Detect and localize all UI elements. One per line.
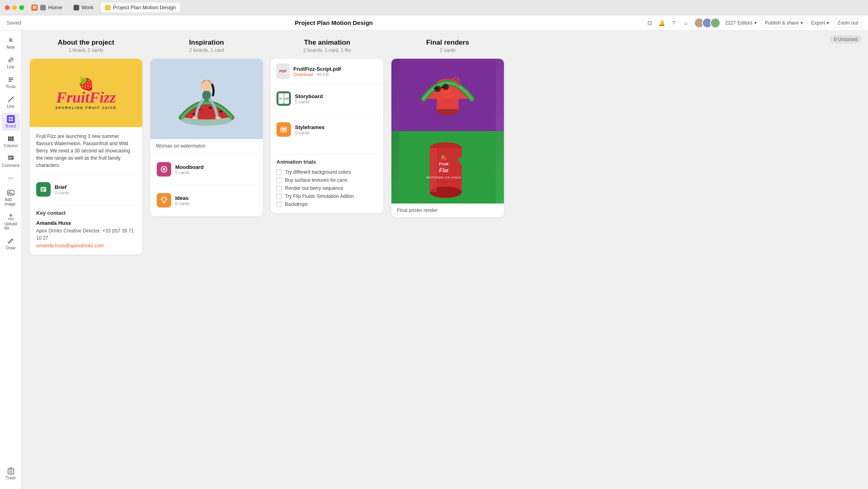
fruitfizz-sub: SPARKLING FRUIT JUICE [55, 106, 117, 110]
brief-board-info: Brief 0 cards [55, 184, 69, 195]
svg-rect-4 [9, 117, 10, 119]
document-title: Project Plan Motion Design [295, 19, 373, 26]
bell-icon[interactable]: 🔔 [659, 20, 665, 26]
more-icon: ··· [7, 174, 15, 182]
ideas-item[interactable]: Ideas 0 cards [157, 190, 256, 211]
divider-1 [36, 174, 136, 174]
storyboard-item[interactable]: ST OR Storyboard 0 cards [276, 88, 378, 109]
comment-icon [7, 154, 15, 162]
render-image-1: Fruit Fizz 🍓 [391, 59, 504, 131]
key-contact-section-title: Key contact [36, 210, 136, 216]
checkbox-1[interactable] [276, 178, 282, 183]
file-size: · 46 KB [314, 72, 329, 77]
tab-work[interactable]: Work [70, 3, 98, 12]
tab-project[interactable]: Project Plan Motion Design [101, 3, 180, 12]
svg-rect-0 [8, 78, 13, 78]
moodboard-item[interactable]: Moodboard 0 cards [157, 159, 256, 180]
file-info: FruitFizz-Script.pdf Download · 46 KB [293, 66, 341, 77]
project-banner: 🍓 FruitFizz SPARKLING FRUIT JUICE [30, 59, 142, 127]
zoom-label: Zoom out [837, 20, 858, 26]
column-inspiration-meta: 2 boards, 1 card [150, 47, 263, 53]
sidebar-item-todo[interactable]: To-do [2, 73, 20, 91]
help-icon[interactable]: ? [671, 20, 677, 26]
svg-rect-7 [11, 119, 13, 121]
todo-icon [7, 76, 15, 84]
svg-point-28 [201, 80, 212, 91]
publish-share-label: Publish & share [765, 20, 799, 26]
publish-share-button[interactable]: Publish & share ▾ [762, 18, 807, 28]
storyboard-icon: ST OR [276, 91, 291, 106]
anim-divider [276, 114, 378, 114]
checklist-item-label-4: Backdrops [285, 201, 308, 207]
sidebar-item-comment[interactable]: Comment [2, 152, 20, 170]
sidebar-item-board[interactable]: Board [2, 113, 20, 131]
checkbox-2[interactable] [276, 186, 282, 191]
moodboard-info: Moodboard 0 cards [175, 164, 204, 175]
render-image-2: Fruit Fizz WATERMELON SODA 🍓 [391, 131, 504, 203]
avatar-group [694, 18, 721, 28]
card-animation: PDF FruitFizz-Script.pdf Download · 46 K… [271, 59, 383, 213]
checkbox-3[interactable] [276, 194, 282, 199]
pdf-icon: PDF [276, 64, 289, 79]
svg-rect-9 [10, 136, 12, 141]
close-button[interactable] [5, 5, 10, 10]
svg-point-30 [215, 117, 221, 119]
checkbox-4[interactable] [276, 202, 282, 207]
contact-email[interactable]: amanda.huss@apexdrinks.com [36, 243, 104, 249]
tablet-icon[interactable]: ⊡ [647, 20, 653, 26]
column-icon [7, 135, 15, 143]
checkbox-0[interactable] [276, 170, 282, 175]
search-icon[interactable]: ⌕ [683, 20, 689, 26]
saved-label: Saved [6, 20, 21, 26]
svg-text:Fruit: Fruit [438, 161, 449, 166]
avatar-3 [710, 18, 721, 28]
tab-work-label: Work [82, 4, 94, 10]
fruitfizz-logo: 🍓 FruitFizz SPARKLING FRUIT JUICE [55, 76, 117, 110]
file-meta: Download · 46 KB [293, 72, 341, 77]
tab-home[interactable]: M Home [27, 3, 66, 12]
traffic-lights [5, 5, 24, 10]
export-chevron: ▾ [827, 20, 829, 26]
editors-label: Editors [737, 20, 752, 26]
file-name: FruitFizz-Script.pdf [293, 66, 341, 72]
svg-text:Fizz: Fizz [438, 167, 449, 173]
add-image-icon [7, 189, 15, 197]
pdf-file-item: PDF FruitFizz-Script.pdf Download · 46 K… [271, 59, 383, 84]
ideas-meta: 0 cards [175, 201, 190, 206]
column-inspiration-title: Inspiration [150, 39, 263, 47]
trash-icon [7, 467, 15, 475]
checklist-item-4: Backdrops [276, 200, 378, 208]
sidebar-item-note[interactable]: ≡ Note [2, 34, 20, 52]
export-button[interactable]: Export ▾ [811, 20, 829, 26]
download-link[interactable]: Download [293, 72, 313, 77]
editors-button[interactable]: 2227 Editors ▾ [725, 20, 757, 26]
styleframes-item[interactable]: Styleframes 0 cards [276, 119, 378, 140]
sidebar-item-upload[interactable]: Upload file [2, 210, 20, 233]
sidebar-item-more[interactable]: ··· [2, 172, 20, 185]
zoom-out-button[interactable]: Zoom out [834, 18, 862, 28]
styleframes-icon [276, 122, 291, 137]
publish-chevron: ▾ [800, 20, 803, 26]
sidebar-item-column[interactable]: Column [2, 132, 20, 150]
editors-count: 2227 [725, 20, 736, 26]
brief-board-item[interactable]: Brief 0 cards [36, 179, 136, 200]
title-bar: M Home Work Project Plan Motion Design [0, 0, 868, 15]
maximize-button[interactable] [19, 5, 24, 10]
minimize-button[interactable] [12, 5, 17, 10]
sidebar-note-label: Note [6, 45, 15, 49]
ideas-icon [157, 193, 171, 208]
board-icon [7, 115, 15, 123]
column-inspiration: Inspiration 2 boards, 1 card [150, 39, 263, 255]
card-about: 🍓 FruitFizz SPARKLING FRUIT JUICE Fruit … [30, 59, 142, 255]
main-layout: ≡ Note Link To-do [0, 31, 868, 489]
sidebar-item-draw[interactable]: Draw [2, 234, 20, 253]
sidebar-item-trash[interactable]: Trash [2, 464, 20, 483]
app-icon: M [31, 4, 38, 11]
sidebar-item-line[interactable]: Line [2, 93, 20, 111]
svg-rect-6 [9, 119, 10, 121]
sidebar-item-add-image[interactable]: Add image [2, 186, 20, 209]
sidebar-draw-label: Draw [6, 246, 15, 250]
svg-rect-1 [8, 79, 13, 80]
styleframes-info: Styleframes 0 cards [295, 124, 325, 135]
sidebar-item-link[interactable]: Link [2, 53, 20, 72]
